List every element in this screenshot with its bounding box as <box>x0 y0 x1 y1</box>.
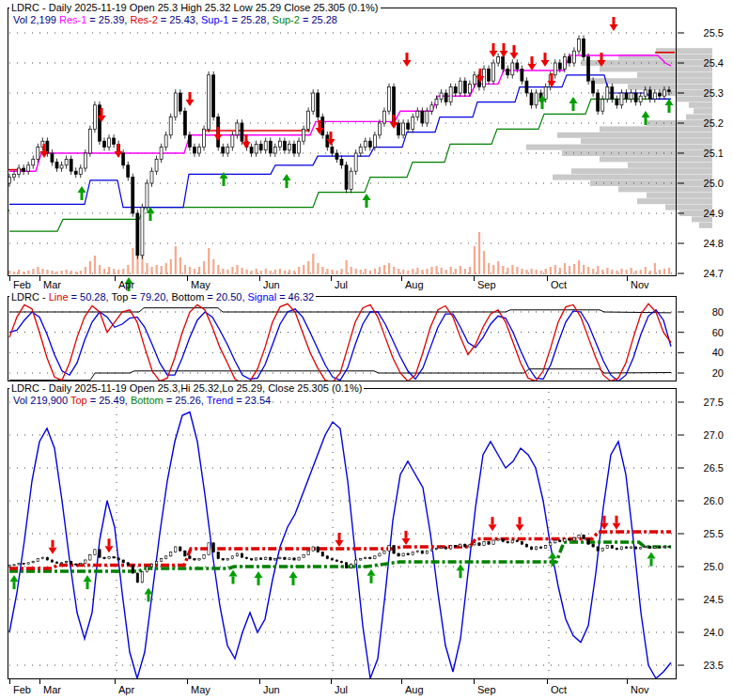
price-chart-legend-segment: Res-2 <box>130 14 157 25</box>
x-axis-label: Jun <box>263 684 280 695</box>
y-axis-label: 23.5 <box>686 660 724 671</box>
y-axis-label: 26.5 <box>686 462 724 474</box>
month-tick <box>401 276 402 281</box>
y-axis-label: 24.9 <box>686 208 724 219</box>
price-chart-legend: Vol 2,199 Res-1 = 25.39, Res-2 = 25.43, … <box>11 14 339 25</box>
oscillator-legend-segment: Top <box>112 291 129 303</box>
chart-workspace: LDRC - Daily 2025-11-19 Open 25.3 High 2… <box>0 0 733 700</box>
x-axis-label: Nov <box>631 279 649 290</box>
x-axis-label: Sep <box>477 684 496 695</box>
month-tick <box>115 679 116 684</box>
month-tick <box>331 679 332 684</box>
oscillator-chart-canvas[interactable] <box>8 296 718 381</box>
month-tick <box>547 276 548 281</box>
x-axis-label: Feb <box>13 279 31 290</box>
y-axis-label: 24.0 <box>686 627 724 638</box>
y-axis-label: 80 <box>686 306 724 318</box>
y-axis-label: 24.7 <box>686 268 724 279</box>
month-tick <box>115 276 116 281</box>
price-chart-legend-segment: Sup-1 <box>201 14 228 25</box>
month-tick <box>39 276 40 281</box>
oscillator-legend-segment: LDRC - <box>11 291 49 303</box>
trend-chart-legend-segment: Trend <box>207 395 233 406</box>
y-axis-label: 25.3 <box>686 87 724 99</box>
month-tick <box>401 679 402 684</box>
y-axis-label: 25.1 <box>686 148 724 159</box>
oscillator-legend-segment: = 79.20, <box>128 291 171 303</box>
price-chart-legend-segment: Res-1 <box>59 14 86 25</box>
y-axis-label: 24.8 <box>686 238 724 249</box>
trend-chart-title: LDRC - Daily 2025-11-19 Open 25.3,Hi 25.… <box>9 382 364 394</box>
month-tick <box>259 276 260 281</box>
month-tick <box>187 276 188 281</box>
y-axis-label: 24.5 <box>686 594 724 605</box>
price-chart-title: LDRC - Daily 2025-11-19 Open 25.3 High 2… <box>9 2 381 13</box>
x-axis-label: Aug <box>405 684 424 695</box>
y-axis-label: 60 <box>686 327 724 338</box>
x-axis-label: Aug <box>405 279 424 290</box>
trend-chart-legend-segment: = 23.54 <box>233 395 271 406</box>
x-axis-label: Sep <box>477 279 496 290</box>
month-tick <box>259 679 260 684</box>
y-axis-label: 25.0 <box>686 561 724 572</box>
y-axis-label: 25.5 <box>686 528 724 539</box>
month-tick <box>331 276 332 281</box>
trend-chart-legend-segment: Bottom <box>131 395 164 406</box>
month-tick <box>627 276 628 281</box>
month-tick <box>187 679 188 684</box>
oscillator-legend-segment: Line <box>49 291 69 303</box>
x-axis-label: Mar <box>43 684 61 695</box>
price-chart-legend-segment: Sup-2 <box>273 14 300 25</box>
x-axis-label: May <box>191 684 211 695</box>
x-axis-label: Apr <box>118 684 134 695</box>
y-axis-label: 26.0 <box>686 495 724 506</box>
month-tick <box>547 679 548 684</box>
y-axis-label: 25.2 <box>686 117 724 129</box>
oscillator-legend-segment: Bottom <box>171 291 204 303</box>
x-axis-label: Mar <box>43 279 61 290</box>
trend-chart-legend-segment: Vol 219,900 <box>13 395 70 406</box>
price-chart-legend-segment: = 25.39, <box>86 14 130 25</box>
y-axis-label: 25.5 <box>686 27 724 39</box>
trend-chart-legend: Vol 219,900 Top = 25.49, Bottom = 25.26,… <box>11 395 273 406</box>
y-axis-label: 25.4 <box>686 57 724 69</box>
oscillator-legend-segment: Signal <box>248 291 277 303</box>
trend-chart-legend-segment: = 25.26, <box>164 395 207 406</box>
x-axis-label: Oct <box>551 279 567 290</box>
y-axis-label: 27.5 <box>686 397 724 408</box>
x-axis-label: Oct <box>551 684 567 695</box>
price-chart-legend-segment: = 25.43, <box>158 14 201 25</box>
month-tick <box>474 679 475 684</box>
oscillator-legend-segment: = 46.32 <box>276 291 314 303</box>
x-axis-label: May <box>191 279 211 290</box>
y-axis-label: 27.0 <box>686 429 724 441</box>
y-axis-label: 40 <box>686 347 724 358</box>
x-axis-label: Apr <box>118 279 134 290</box>
oscillator-legend-segment: = 50.28, <box>69 291 112 303</box>
month-tick <box>39 679 40 684</box>
trend-chart-legend-segment: Top <box>70 395 87 406</box>
oscillator-legend-segment: = 20.50, <box>204 291 247 303</box>
x-axis-label: Nov <box>631 684 649 695</box>
month-tick <box>627 679 628 684</box>
price-chart-legend-segment: = 25.28, <box>228 14 272 25</box>
month-tick <box>9 679 10 684</box>
x-axis-label: Jun <box>263 279 280 290</box>
month-tick <box>9 276 10 281</box>
price-chart-legend-segment: = 25.28 <box>300 14 337 25</box>
x-axis-label: Jul <box>335 684 348 695</box>
oscillator-legend: LDRC - Line = 50.28, Top = 79.20, Bottom… <box>9 291 316 303</box>
price-chart-legend-segment: Vol 2,199 <box>13 14 59 25</box>
trend-chart-legend-segment: = 25.49, <box>87 395 131 406</box>
y-axis-label: 20 <box>686 367 724 379</box>
y-axis-label: 25.0 <box>686 178 724 189</box>
x-axis-label: Jul <box>335 279 348 290</box>
price-chart-canvas[interactable] <box>8 8 718 276</box>
x-axis-label: Feb <box>13 684 31 695</box>
trend-chart-canvas[interactable] <box>8 388 718 679</box>
month-tick <box>474 276 475 281</box>
